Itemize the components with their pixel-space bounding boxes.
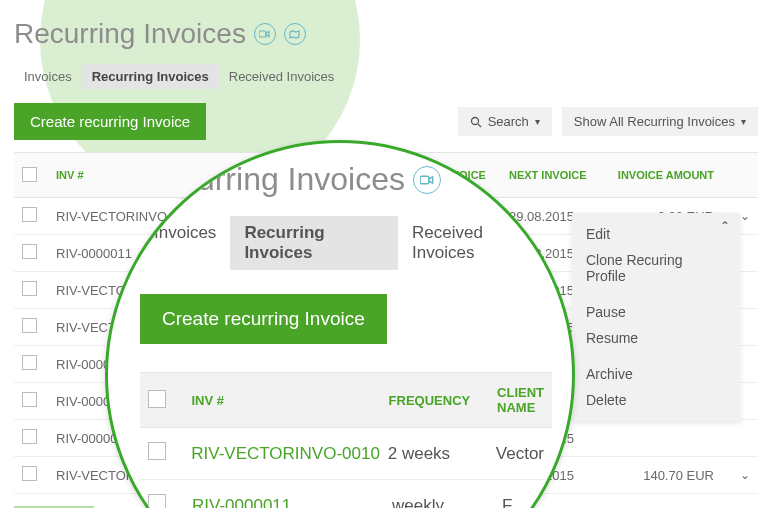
page-header: Recurring Invoices (14, 18, 758, 50)
row-checkbox[interactable] (22, 466, 37, 481)
zoom-table-header: INV # FREQUENCY CLIENT NAME (140, 372, 552, 428)
select-all-cell (14, 153, 48, 198)
search-button[interactable]: Search ▾ (458, 107, 552, 136)
ctx-clone[interactable]: Clone Recuring Profile (572, 247, 740, 289)
svg-rect-0 (259, 31, 266, 37)
ctx-edit[interactable]: Edit (572, 221, 740, 247)
svg-line-2 (478, 124, 481, 127)
table-row[interactable]: RIV-VECTORINVO-0010 2 weeks Vector (140, 428, 552, 480)
create-recurring-invoice-button[interactable]: Create recurring Invoice (140, 294, 387, 344)
col-next[interactable]: NEXT INVOICE (501, 153, 601, 198)
select-all-checkbox[interactable] (148, 390, 166, 408)
col-actions (722, 153, 758, 198)
show-all-label: Show All Recurring Invoices (574, 114, 735, 129)
row-context-menu: ⌃ Edit Clone Recuring Profile Pause Resu… (572, 213, 740, 421)
frequency-value: weekly (392, 496, 502, 509)
ctx-archive[interactable]: Archive (572, 361, 740, 387)
row-checkbox[interactable] (22, 281, 37, 296)
row-checkbox[interactable] (22, 392, 37, 407)
client-name: Vector (496, 444, 544, 464)
create-recurring-invoice-button[interactable]: Create recurring Invoice (14, 103, 206, 140)
tab-invoices[interactable]: Invoices (14, 64, 82, 89)
page-title: Recurring Invoices (14, 18, 246, 50)
chevron-down-icon: ▾ (535, 116, 540, 127)
invoice-tabs: Invoices Recurring Invoices Received Inv… (14, 64, 758, 89)
zoom-content: Recurring Invoices Invoices Recurring In… (140, 161, 552, 508)
map-icon[interactable] (284, 23, 306, 45)
toolbar-right: Search ▾ Show All Recurring Invoices ▾ (458, 107, 758, 136)
row-expand-icon[interactable]: ⌄ (722, 457, 758, 494)
table-row[interactable]: RIV-0000011 weekly F (140, 480, 552, 508)
select-all-checkbox[interactable] (22, 167, 37, 182)
tab-recurring-invoices[interactable]: Recurring Invoices (230, 216, 398, 270)
ctx-resume[interactable]: Resume (572, 325, 740, 351)
search-label: Search (488, 114, 529, 129)
col-inv[interactable]: INV # (191, 393, 388, 408)
ctx-pause[interactable]: Pause (572, 299, 740, 325)
frequency-value: 2 weeks (388, 444, 496, 464)
chevron-up-icon[interactable]: ⌃ (720, 219, 730, 233)
row-checkbox[interactable] (22, 244, 37, 259)
video-icon[interactable] (254, 23, 276, 45)
tab-recurring-invoices[interactable]: Recurring Invoices (82, 64, 219, 89)
video-icon[interactable] (413, 166, 441, 194)
col-client[interactable]: CLIENT NAME (497, 385, 544, 415)
zoom-tabs: Invoices Recurring Invoices Received Inv… (140, 216, 552, 270)
invoice-link[interactable]: RIV-0000011 (192, 496, 392, 509)
row-checkbox[interactable] (22, 429, 37, 444)
row-checkbox[interactable] (148, 442, 166, 460)
tab-received-invoices[interactable]: Received Invoices (219, 64, 345, 89)
ctx-delete[interactable]: Delete (572, 387, 740, 413)
search-icon (470, 116, 482, 128)
chevron-down-icon: ▾ (741, 116, 746, 127)
row-checkbox[interactable] (22, 355, 37, 370)
svg-rect-3 (420, 176, 429, 184)
invoice-amount: 140.70 EUR (601, 457, 722, 494)
invoice-link[interactable]: RIV-VECTORINVO-0010 (191, 444, 388, 464)
col-amount[interactable]: INVOICE AMOUNT (601, 153, 722, 198)
row-checkbox[interactable] (148, 494, 166, 508)
row-checkbox[interactable] (22, 207, 37, 222)
show-all-filter-button[interactable]: Show All Recurring Invoices ▾ (562, 107, 758, 136)
toolbar: Create recurring Invoice Search ▾ Show A… (14, 103, 758, 140)
row-checkbox[interactable] (22, 318, 37, 333)
col-freq[interactable]: FREQUENCY (389, 393, 497, 408)
svg-point-1 (471, 117, 478, 124)
